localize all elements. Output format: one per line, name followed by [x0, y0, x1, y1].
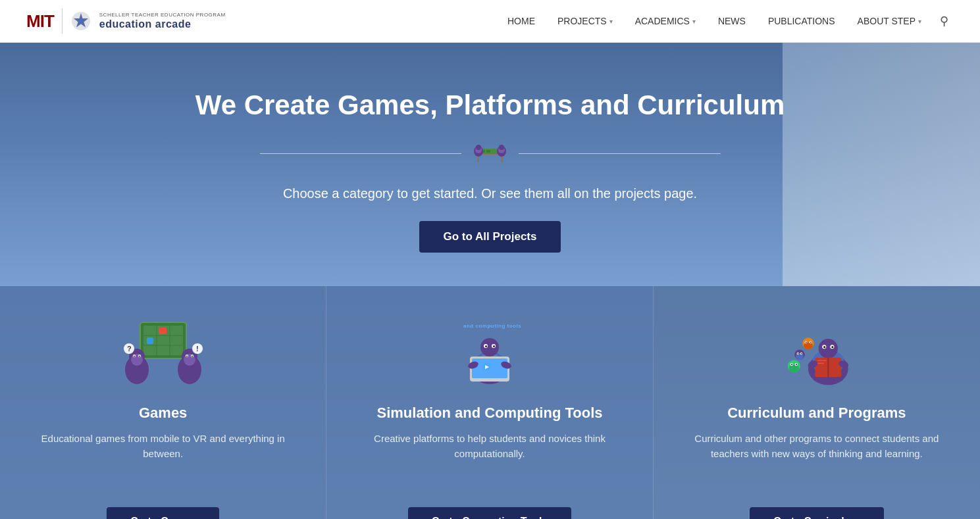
nav-projects[interactable]: PROJECTS ▾: [548, 11, 622, 32]
svg-text:?: ?: [127, 345, 132, 353]
nav-about[interactable]: ABOUT STEP ▾: [848, 11, 931, 32]
svg-point-77: [791, 364, 792, 365]
svg-point-25: [131, 354, 143, 366]
nav-links: HOME PROJECTS ▾ ACADEMICS ▾ NEWS PUBLICA…: [498, 9, 954, 34]
svg-point-45: [480, 338, 499, 357]
svg-point-78: [796, 364, 797, 365]
svg-rect-66: [817, 362, 824, 364]
brand-logo[interactable]: MIT SCHELLER TEACHER EDUCATION PROGRAM e…: [26, 9, 226, 34]
svg-point-37: [186, 356, 188, 357]
search-icon[interactable]: ⚲: [935, 9, 954, 34]
svg-point-14: [499, 145, 504, 150]
svg-point-11: [476, 145, 481, 150]
games-illustration: ? !: [120, 312, 206, 391]
svg-point-68: [796, 353, 804, 360]
brand-divider: [62, 9, 63, 34]
svg-point-62: [831, 346, 833, 348]
svg-point-38: [192, 356, 193, 357]
navbar: MIT SCHELLER TEACHER EDUCATION PROGRAM e…: [0, 0, 980, 43]
nav-home[interactable]: HOME: [498, 11, 544, 32]
games-card: ? ! Games Educational games from mobile …: [0, 286, 326, 519]
nav-academics[interactable]: ACADEMICS ▾: [626, 11, 705, 32]
hero-divider: [260, 134, 721, 173]
games-card-desc: Educational games from mobile to VR and …: [26, 431, 299, 487]
curriculum-card-title: Curriculum and Programs: [727, 405, 906, 422]
brand-arcade-label: education arcade: [99, 18, 226, 30]
nav-publications[interactable]: PUBLICATIONS: [759, 11, 844, 32]
games-card-title: Games: [139, 405, 187, 422]
go-to-games-button[interactable]: Go to Games: [107, 507, 220, 519]
curriculum-card-desc: Curriculum and other programs to connect…: [680, 431, 954, 487]
computing-card: and computing tools: [326, 286, 653, 519]
hero-divider-icon: [472, 134, 508, 173]
svg-point-83: [806, 341, 807, 343]
divider-line-left: [260, 153, 462, 154]
computing-card-desc: Creative platforms to help students and …: [353, 431, 626, 487]
svg-rect-65: [817, 360, 827, 361]
cards-section: ? ! Games Educational games from mobile …: [0, 286, 980, 519]
hero-title: We Create Games, Platforms and Curriculu…: [195, 89, 785, 121]
go-to-all-projects-button[interactable]: Go to All Projects: [419, 221, 560, 253]
svg-point-71: [798, 353, 799, 355]
svg-point-74: [788, 364, 799, 372]
svg-point-61: [823, 346, 825, 348]
svg-rect-8: [486, 150, 490, 153]
svg-rect-64: [827, 358, 829, 377]
svg-point-29: [139, 356, 140, 357]
brand-step-label: SCHELLER TEACHER EDUCATION PROGRAM: [99, 12, 226, 18]
about-caret: ▾: [918, 18, 921, 25]
hero-subtitle: Choose a category to get started. Or see…: [283, 186, 697, 201]
hero-section: We Create Games, Platforms and Curriculu…: [0, 43, 980, 286]
svg-point-58: [818, 339, 837, 358]
svg-point-48: [485, 345, 487, 347]
academics-caret: ▾: [692, 18, 696, 25]
mit-logo-text: MIT: [26, 11, 54, 32]
divider-line-right: [519, 153, 721, 154]
svg-point-34: [184, 354, 195, 366]
nav-news[interactable]: NEWS: [709, 11, 755, 32]
svg-point-80: [804, 342, 813, 349]
svg-text:!: !: [196, 345, 199, 353]
svg-rect-21: [159, 328, 167, 334]
star-icon: [70, 11, 91, 32]
svg-point-84: [810, 341, 812, 343]
computing-card-title: Simulation and Computing Tools: [376, 405, 602, 422]
svg-text:and computing tools: and computing tools: [463, 323, 521, 329]
computing-illustration: and computing tools: [447, 312, 532, 391]
go-to-computing-button[interactable]: Go to Computing Tools: [408, 507, 572, 519]
svg-point-72: [801, 353, 802, 355]
projects-caret: ▾: [609, 18, 613, 25]
svg-point-28: [134, 356, 135, 357]
go-to-curriculum-button[interactable]: Go to Curriculum: [750, 507, 884, 519]
svg-rect-22: [147, 337, 153, 344]
brand-text-block: SCHELLER TEACHER EDUCATION PROGRAM educa…: [99, 12, 226, 30]
curriculum-illustration: [774, 312, 860, 391]
svg-point-49: [493, 345, 495, 347]
curriculum-card: Curriculum and Programs Curriculum and o…: [654, 286, 980, 519]
